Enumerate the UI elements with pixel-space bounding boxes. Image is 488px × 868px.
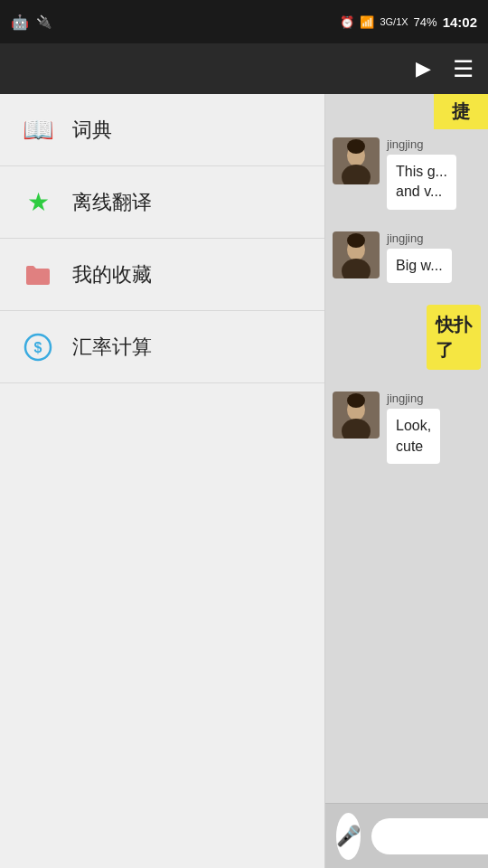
msg-content-4: jingjing Look,cute [387,392,440,464]
currency-icon: $ [22,331,54,363]
chat-input[interactable] [371,818,488,854]
msg-bubble-4: Look,cute [387,409,440,464]
sidebar-label-offline-translate: 离线翻译 [72,189,152,216]
avatar-2 [333,231,380,278]
svg-point-6 [347,139,365,154]
chat-message-4: jingjing Look,cute [333,392,481,464]
msg-content-1: jingjing This g...and v... [387,137,456,210]
forward-icon[interactable]: ▶ [416,57,431,80]
mic-button[interactable]: 🎤 [336,813,361,860]
status-bar: 🤖 🔌 ⏰ 📶 3G/1X 74% 14:02 [0,0,488,43]
msg-sender-1: jingjing [387,137,456,151]
chat-messages: jingjing This g...and v... jingjing [325,94,488,803]
menu-icon[interactable]: ☰ [453,55,474,83]
highlight-top-button[interactable]: 捷 [434,94,488,129]
alarm-icon: ⏰ [340,15,354,29]
star-icon: ★ [22,186,54,219]
svg-text:$: $ [34,340,42,355]
time-display: 14:02 [443,14,477,30]
wifi-icon: 📶 [360,15,374,29]
signal-icon: 3G/1X [380,16,408,27]
usb-icon: 🔌 [36,14,52,29]
dictionary-icon: 📖 [22,114,54,146]
sidebar-item-offline-translate[interactable]: ★ 离线翻译 [0,166,324,239]
main-content: 📖 词典 ★ 离线翻译 我的收藏 $ 汇率计算 [0,94,488,868]
chat-message-2: jingjing Big w... [333,231,481,283]
sidebar-label-exchange-rate: 汇率计算 [72,334,152,361]
status-right-icons: ⏰ 📶 3G/1X 74% 14:02 [340,14,477,30]
battery-icon: 74% [414,15,437,29]
msg-bubble-2: Big w... [387,249,452,283]
msg-sender-4: jingjing [387,392,440,405]
avatar-1 [333,137,380,184]
status-left-icons: 🤖 🔌 [11,14,52,31]
chat-bottom-bar: 🎤 传沿 输 [325,803,488,868]
android-icon: 🤖 [11,14,29,31]
top-bar: ▶ ☰ [0,43,488,94]
msg-sender-2: jingjing [387,231,452,245]
svg-point-16 [347,393,365,408]
svg-point-11 [347,233,365,248]
msg-bubble-1: This g...and v... [387,155,456,210]
sidebar-label-favorites: 我的收藏 [72,261,152,288]
chat-message-3: 快扑了 [333,305,481,370]
sidebar-label-dictionary: 词典 [72,117,112,144]
mic-icon: 🎤 [336,825,361,848]
sidebar-item-exchange-rate[interactable]: $ 汇率计算 [0,311,324,383]
sidebar-item-favorites[interactable]: 我的收藏 [0,239,324,311]
sidebar-item-dictionary[interactable]: 📖 词典 [0,94,324,166]
folder-icon [22,259,54,291]
avatar-4 [333,392,380,439]
sidebar: 📖 词典 ★ 离线翻译 我的收藏 $ 汇率计算 [0,94,325,868]
chat-panel: 捷 jingjing This g...and v... [325,94,488,868]
msg-content-2: jingjing Big w... [387,231,452,283]
chat-message-1: jingjing This g...and v... [333,137,481,210]
msg-bubble-3-yellow: 快扑了 [427,305,481,370]
